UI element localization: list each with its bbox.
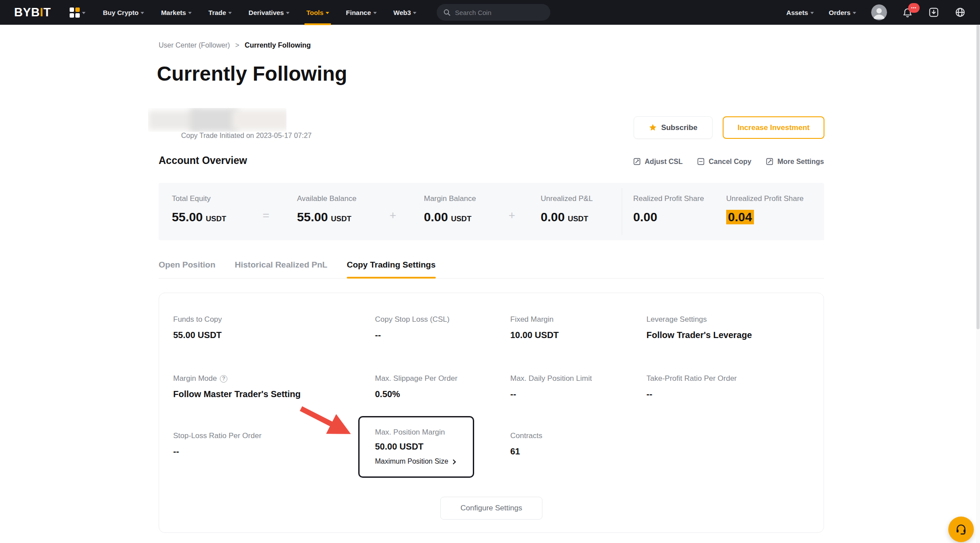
nav-item-buy-crypto[interactable]: Buy Crypto — [103, 0, 145, 25]
nav-item-tools[interactable]: Tools — [306, 0, 329, 25]
nav-item-label: Markets — [161, 9, 186, 16]
field-value: Follow Master Trader's Setting — [173, 389, 301, 399]
field-label: Max. Slippage Per Order — [375, 374, 457, 383]
adjust-csl-button[interactable]: Adjust CSL — [633, 157, 683, 166]
breadcrumb-separator: > — [235, 41, 239, 49]
account-overview-actions: Adjust CSL Cancel Copy More Settings — [633, 157, 824, 166]
language-button[interactable] — [954, 7, 966, 18]
field-label: Max. Daily Position Limit — [510, 374, 592, 383]
nav-item-web3[interactable]: Web3 — [393, 0, 417, 25]
red-arrow-annotation — [296, 404, 362, 444]
field-max-daily-position-limit: Max. Daily Position Limit -- — [510, 374, 592, 399]
user-avatar[interactable] — [871, 4, 887, 20]
subscribe-button[interactable]: Subscribe — [634, 116, 713, 139]
star-icon — [649, 123, 657, 132]
field-value: -- — [510, 389, 592, 399]
logo-text: T — [44, 6, 51, 19]
field-label: Leverage Settings — [646, 315, 752, 324]
stat-label: Available Balance — [297, 194, 356, 203]
nav-item-label: Derivatives — [249, 9, 284, 16]
chevron-down-icon — [141, 12, 144, 14]
chevron-down-icon — [413, 12, 416, 14]
stat-value: 0.04 — [726, 210, 754, 224]
tab-label: Copy Trading Settings — [347, 260, 436, 269]
bybit-logo[interactable]: BYBIT — [14, 6, 51, 19]
field-contracts: Contracts 61 — [510, 431, 542, 457]
tab-open-position[interactable]: Open Position — [159, 258, 215, 278]
tab-label: Historical Realized PnL — [235, 260, 327, 269]
main-menu: Buy Crypto Markets Trade Derivatives Too… — [103, 0, 417, 25]
notifications-button[interactable]: ••• — [902, 7, 913, 18]
tab-historical-realized-pnl[interactable]: Historical Realized PnL — [235, 258, 327, 278]
stat-value: 55.00USDT — [297, 210, 351, 224]
cancel-copy-button[interactable]: Cancel Copy — [697, 157, 751, 166]
trader-name-blurred — [148, 108, 286, 132]
field-value: 61 — [510, 446, 542, 457]
field-copy-stop-loss: Copy Stop Loss (CSL) -- — [375, 315, 449, 340]
breadcrumb-parent-link[interactable]: User Center (Follower) — [159, 41, 230, 49]
field-value: Follow Trader's Leverage — [646, 330, 752, 340]
field-label: Copy Stop Loss (CSL) — [375, 315, 449, 324]
minus-square-icon — [697, 157, 705, 166]
chevron-down-icon — [188, 12, 192, 14]
field-leverage-settings: Leverage Settings Follow Trader's Levera… — [646, 315, 752, 340]
nav-item-finance[interactable]: Finance — [346, 0, 377, 25]
logo-accent: I — [40, 6, 44, 19]
more-settings-button[interactable]: More Settings — [765, 157, 824, 166]
support-chat-button[interactable] — [948, 517, 974, 542]
field-value: -- — [173, 446, 261, 457]
stat-value: 0.00USDT — [424, 210, 471, 224]
stat-unit: USDT — [451, 215, 471, 223]
help-icon[interactable]: ? — [220, 375, 227, 383]
scrollbar-thumb[interactable] — [976, 25, 980, 329]
field-value: -- — [646, 389, 737, 399]
apps-grid-icon — [70, 7, 80, 18]
nav-item-label: Orders — [829, 9, 850, 16]
plus-operator: + — [390, 208, 396, 222]
configure-settings-button[interactable]: Configure Settings — [440, 497, 542, 520]
edit-icon — [633, 157, 641, 166]
nav-item-markets[interactable]: Markets — [161, 0, 192, 25]
apps-grid-menu[interactable] — [70, 7, 85, 18]
field-label: Contracts — [510, 431, 542, 440]
account-overview-stats-bar: Total Equity 55.00USDT = Available Balan… — [159, 183, 824, 240]
field-value: 50.00 USDT — [375, 442, 473, 452]
subscribe-label: Subscribe — [661, 123, 697, 132]
nav-item-trade[interactable]: Trade — [208, 0, 232, 25]
search-icon — [443, 8, 451, 16]
field-max-slippage: Max. Slippage Per Order 0.50% — [375, 374, 457, 399]
adjust-csl-label: Adjust CSL — [645, 158, 683, 166]
breadcrumb: User Center (Follower) > Currently Follo… — [159, 41, 311, 49]
chevron-down-icon — [373, 12, 377, 14]
page-scrollbar[interactable] — [976, 25, 980, 543]
field-take-profit-ratio: Take-Profit Ratio Per Order -- — [646, 374, 737, 399]
field-label: Fixed Margin — [510, 315, 559, 324]
maximum-position-size-label: Maximum Position Size — [375, 457, 448, 465]
chevron-down-icon — [228, 12, 232, 14]
stats-divider — [622, 188, 622, 235]
more-settings-label: More Settings — [777, 158, 824, 166]
nav-item-assets[interactable]: Assets — [787, 0, 814, 25]
field-label: Max. Position Margin — [375, 428, 473, 437]
search-bar[interactable] — [437, 4, 550, 21]
field-fixed-margin: Fixed Margin 10.00 USDT — [510, 315, 559, 340]
download-app-button[interactable] — [928, 7, 939, 18]
search-input[interactable] — [455, 9, 534, 16]
download-icon — [928, 7, 939, 18]
field-label: Take-Profit Ratio Per Order — [646, 374, 737, 383]
breadcrumb-current: Currently Following — [245, 41, 311, 49]
account-overview-heading: Account Overview — [159, 155, 247, 167]
nav-item-orders[interactable]: Orders — [829, 0, 856, 25]
tab-copy-trading-settings[interactable]: Copy Trading Settings — [347, 258, 436, 278]
stat-label: Unrealized Profit Share — [726, 194, 804, 203]
nav-item-derivatives[interactable]: Derivatives — [249, 0, 290, 25]
maximum-position-size-link[interactable]: Maximum Position Size — [375, 457, 473, 465]
stat-number: 55.00 — [172, 210, 203, 224]
stat-value: 0.00USDT — [541, 210, 588, 224]
increase-investment-button[interactable]: Increase Investment — [723, 116, 824, 139]
increase-investment-label: Increase Investment — [738, 123, 809, 132]
field-stop-loss-ratio: Stop-Loss Ratio Per Order -- — [173, 431, 261, 457]
copy-trading-settings-card: Funds to Copy 55.00 USDT Copy Stop Loss … — [159, 293, 824, 533]
chevron-down-icon — [82, 12, 85, 14]
stat-number: 0.00 — [424, 210, 448, 224]
